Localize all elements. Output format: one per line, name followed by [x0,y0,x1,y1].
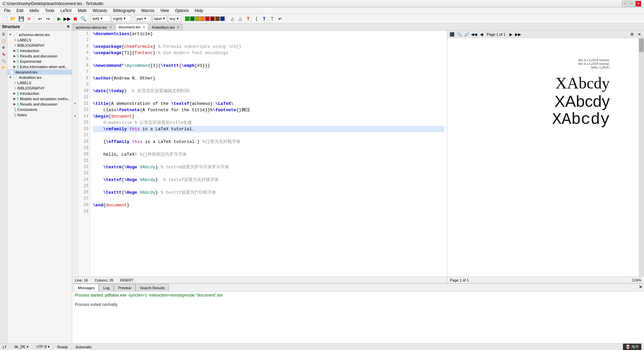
undo-button[interactable]: ↩ [36,15,44,22]
tab-document-tex[interactable]: document.tex✕ [116,24,148,30]
color-btn-red[interactable] [205,16,210,21]
preview-scrollbar[interactable] [639,38,644,277]
sidebar-icon4[interactable]: 🔖 [1,51,7,57]
tree-item-8[interactable]: ▼ 📄 4ndedition.tex [7,75,72,80]
tree-item-2[interactable]: ≡ BIBLIOGRAPHY [7,43,72,48]
tree-item-1[interactable]: ≡ LABELS [7,37,72,43]
compile-button[interactable]: ▶▶ [63,15,71,22]
tree-item-13[interactable]: ▶ § Results and discussion [7,102,72,107]
menu-item-view[interactable]: View [158,8,172,14]
menu-item-tools[interactable]: Tools [42,8,57,14]
bottom-close-btn[interactable]: ✕ [639,284,643,290]
bottom-tab-search-results[interactable]: Search Results [136,284,169,291]
bottom-tab-log[interactable]: Log [99,284,114,291]
color-btn-navy[interactable] [220,16,225,21]
prev-btn[interactable]: ◀ [478,31,485,37]
right-delimiter-dropdown[interactable]: \right) ▾ [111,15,131,22]
letter-T3[interactable]: T [269,15,276,22]
menu-item-edit[interactable]: Edit [14,8,26,14]
sidebar-icon6[interactable]: 📂 [1,65,7,71]
letter-T[interactable]: T [245,15,252,22]
tree-item-0[interactable]: ▼ 📄 achemso-demo.tex [7,32,72,37]
letter-T2[interactable]: T [261,15,268,22]
color-btn-orange[interactable] [200,16,205,21]
sidebar-icon2[interactable]: 📋 [1,38,7,44]
size-value: tiny [170,17,175,21]
menu-item-macros[interactable]: Macros [139,8,157,14]
sidebar-icon1[interactable]: ☰ [1,31,7,37]
zoom-in-btn[interactable]: 🔎 [463,31,470,37]
menu-item-options[interactable]: Options [172,8,191,14]
tab-close-icon[interactable]: ✕ [143,25,145,29]
search-button[interactable]: 🔍 [79,15,87,22]
tree-item-6[interactable]: ▶ § Extra information when writi... [7,64,72,69]
preview-panel: ⬛ 🔍 🔎 ◀◀ ◀ Page 1 of 1 ▶ ▶▶ ⚙ ✕ [447,31,644,283]
section-type-dropdown[interactable]: part ▾ [135,15,152,22]
tree-icon-8: 📄 [13,75,18,80]
preview-options-btn[interactable]: ⚙ [629,31,635,37]
new-button[interactable]: 📄 [1,15,9,22]
tree-item-3[interactable]: ▶ § Introduction [7,48,72,53]
label-dropdown[interactable]: label ▾ [152,15,167,22]
tree-item-14[interactable]: § Conclusions [7,107,72,112]
tab-close-icon[interactable]: ✕ [109,25,112,29]
next-btn[interactable]: ▶ [507,31,514,37]
bottom-tab-preview[interactable]: Preview [114,284,136,291]
tree-item-10[interactable]: ≡ BIBLIOGRAPHY [7,85,72,91]
bottom-tab-messages[interactable]: Messages [73,284,99,291]
editor-preview-area: achemso-demo.tex✕document.tex✕4ndedition… [72,23,644,350]
menu-item-idefix[interactable]: Idefix [27,8,42,14]
close-button[interactable]: ✕ [635,1,641,7]
color-btn-green[interactable] [185,16,190,21]
tree-item-5[interactable]: ▶ § Experimental [7,59,72,64]
tree-icon-13: § [17,102,19,107]
color-btn-olive[interactable] [195,16,200,21]
stop-button[interactable]: ⏹ [71,15,79,22]
code-content[interactable]: \documentclass{article} \usepackage{chem… [90,31,447,277]
tree-item-15[interactable]: § Notes [7,112,72,118]
line-num-14: 14 [79,113,89,120]
open-button[interactable]: 📂 [9,15,17,22]
tree-item-12[interactable]: ▶ § Models and simulation metho... [7,96,72,102]
line-num-2: 2 [79,37,89,43]
tree-item-11[interactable]: ▶ § Introduction [7,91,72,96]
maximize-button[interactable]: □ [629,1,635,7]
left-delimiter-dropdown[interactable]: \left( ▾ [91,15,111,22]
color-btn-darkred2[interactable] [215,16,220,21]
close-file-button[interactable]: ✕ [25,15,33,22]
menu-item-bibliography[interactable]: Bibliography [111,8,138,14]
save-button[interactable]: 💾 [17,15,25,22]
angle-bracket[interactable]: ⟨ [253,15,260,22]
redo-button[interactable]: ↪ [44,15,52,22]
tree-label-7: document.tex [15,70,37,74]
pilcrow[interactable]: ↵ [277,15,284,22]
structure-close-icon[interactable]: ✕ [66,24,70,29]
minimize-button[interactable]: ─ [622,1,628,7]
line-num-21: 21 [79,158,89,164]
menu-item-latex[interactable]: LaTeX [58,8,74,14]
menu-item-file[interactable]: File [1,8,13,14]
menu-item-wizards[interactable]: Wizards [90,8,110,14]
color-btn-darkgreen[interactable] [190,16,195,21]
run-button[interactable]: ▶ [55,15,63,22]
tab-4ndedition-tex[interactable]: 4ndedition.tex✕ [149,24,183,30]
sidebar-icon5[interactable]: 🔍 [1,58,7,64]
color-btn-darkred[interactable] [210,16,215,21]
tree-item-9[interactable]: ≡ LABELS [7,80,72,85]
tab-achemso-demo-tex[interactable]: achemso-demo.tex✕ [73,24,115,30]
sidebar-icon3[interactable]: ⚙ [1,45,7,51]
next-page-btn[interactable]: ▶▶ [515,31,521,37]
tree-item-4[interactable]: ▶ § Results and discussion [7,53,72,59]
prev-error-btn[interactable]: ⬛ [449,31,455,37]
zoom-out-btn[interactable]: 🔍 [456,31,463,37]
tab-close-icon[interactable]: ✕ [177,25,179,29]
menu-item-math[interactable]: Math [75,8,90,14]
tree-item-7[interactable]: 📄 document.tex [7,69,72,75]
tab-label: document.tex [119,25,141,29]
prev-page-btn[interactable]: ◀◀ [471,31,477,37]
triangle-btn2[interactable]: △ [236,15,244,22]
preview-close-btn[interactable]: ✕ [636,31,643,37]
size-dropdown[interactable]: tiny ▾ [168,15,181,22]
triangle-btn1[interactable]: △ [228,15,236,22]
menu-item-help[interactable]: Help [192,8,206,14]
